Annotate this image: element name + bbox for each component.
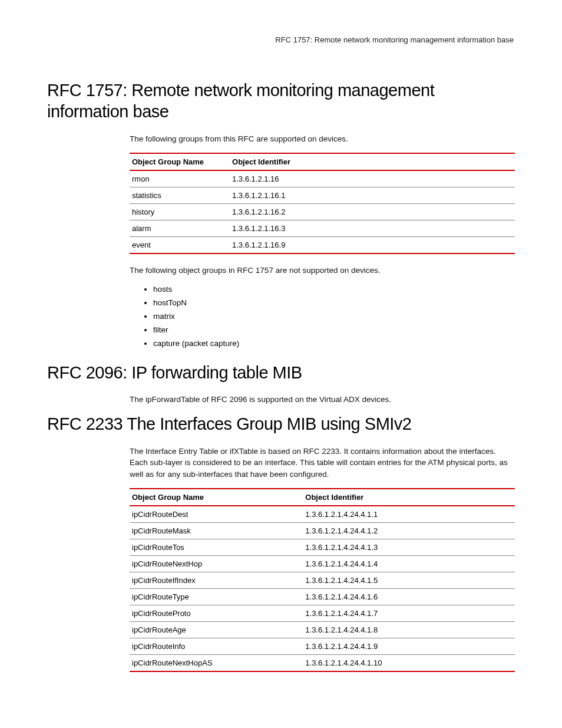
cell-name: ipCidrRouteNextHopAS: [130, 655, 303, 672]
cell-oid: 1.3.6.1.2.1.4.24.4.1.3: [303, 539, 515, 556]
cell-oid: 1.3.6.1.2.1.4.24.4.1.9: [303, 638, 515, 655]
table-header-name: Object Group Name: [130, 489, 303, 506]
cell-name: rmon: [130, 170, 230, 187]
table-header-oid: Object Identifier: [303, 489, 515, 506]
cell-oid: 1.3.6.1.2.1.16: [230, 170, 515, 187]
section-intro-rfc2096: The ipForwardTable of RFC 2096 is suppor…: [130, 394, 515, 406]
cell-name: ipCidrRouteMask: [130, 523, 303, 539]
cell-oid: 1.3.6.1.2.1.4.24.4.1.10: [303, 655, 515, 672]
table-row: alarm1.3.6.1.2.1.16.3: [130, 220, 515, 237]
cell-name: statistics: [130, 187, 230, 204]
cell-name: ipCidrRouteType: [130, 589, 303, 605]
cell-oid: 1.3.6.1.2.1.16.9: [230, 237, 515, 254]
table-header-row: Object Group Name Object Identifier: [130, 489, 515, 506]
table-row: ipCidrRouteNextHop1.3.6.1.2.1.4.24.4.1.4: [130, 556, 515, 572]
cell-name: ipCidrRouteAge: [130, 622, 303, 638]
cell-oid: 1.3.6.1.2.1.16.3: [230, 220, 515, 237]
cell-oid: 1.3.6.1.2.1.4.24.4.1.4: [303, 556, 515, 572]
unsupported-list: hosts hostTopN matrix filter capture (pa…: [130, 285, 515, 348]
cell-name: ipCidrRouteIfIndex: [130, 572, 303, 589]
section-heading-rfc2096: RFC 2096: IP forwarding table MIB: [47, 362, 515, 383]
cell-oid: 1.3.6.1.2.1.4.24.4.1.6: [303, 589, 515, 605]
table-row: statistics1.3.6.1.2.1.16.1: [130, 187, 515, 204]
running-header: RFC 1757: Remote network monitoring mana…: [47, 35, 515, 44]
table-row: event1.3.6.1.2.1.16.9: [130, 237, 515, 254]
cell-name: alarm: [130, 220, 230, 237]
list-item: hostTopN: [153, 298, 515, 307]
section-intro-rfc1757: The following groups from this RFC are s…: [130, 133, 515, 145]
list-item: hosts: [153, 285, 515, 294]
cell-oid: 1.3.6.1.2.1.4.24.4.1.8: [303, 622, 515, 638]
cell-oid: 1.3.6.1.2.1.4.24.4.1.1: [303, 506, 515, 523]
table-row: ipCidrRouteDest1.3.6.1.2.1.4.24.4.1.1: [130, 506, 515, 523]
table-row: ipCidrRouteAge1.3.6.1.2.1.4.24.4.1.8: [130, 622, 515, 638]
cell-name: event: [130, 237, 230, 254]
table-row: rmon1.3.6.1.2.1.16: [130, 170, 515, 187]
cell-name: ipCidrRouteDest: [130, 506, 303, 523]
cell-oid: 1.3.6.1.2.1.16.2: [230, 204, 515, 220]
table-rfc2233: Object Group Name Object Identifier ipCi…: [130, 488, 515, 672]
cell-name: ipCidrRouteProto: [130, 605, 303, 622]
cell-name: history: [130, 204, 230, 220]
table-header-row: Object Group Name Object Identifier: [130, 153, 515, 170]
table-row: history1.3.6.1.2.1.16.2: [130, 204, 515, 220]
table-rfc1757: Object Group Name Object Identifier rmon…: [130, 153, 515, 254]
section-intro-rfc2233: The Interface Entry Table or ifXTable is…: [130, 446, 515, 480]
cell-name: ipCidrRouteTos: [130, 539, 303, 556]
table-row: ipCidrRouteInfo1.3.6.1.2.1.4.24.4.1.9: [130, 638, 515, 655]
section-heading-rfc1757: RFC 1757: Remote network monitoring mana…: [47, 80, 515, 123]
table-row: ipCidrRouteType1.3.6.1.2.1.4.24.4.1.6: [130, 589, 515, 605]
table-row: ipCidrRouteIfIndex1.3.6.1.2.1.4.24.4.1.5: [130, 572, 515, 589]
cell-name: ipCidrRouteNextHop: [130, 556, 303, 572]
cell-oid: 1.3.6.1.2.1.4.24.4.1.5: [303, 572, 515, 589]
table-row: ipCidrRouteTos1.3.6.1.2.1.4.24.4.1.3: [130, 539, 515, 556]
table-row: ipCidrRouteNextHopAS1.3.6.1.2.1.4.24.4.1…: [130, 655, 515, 672]
cell-oid: 1.3.6.1.2.1.4.24.4.1.7: [303, 605, 515, 622]
cell-oid: 1.3.6.1.2.1.4.24.4.1.2: [303, 523, 515, 539]
cell-name: ipCidrRouteInfo: [130, 638, 303, 655]
table-header-oid: Object Identifier: [230, 153, 515, 170]
table-row: ipCidrRouteMask1.3.6.1.2.1.4.24.4.1.2: [130, 523, 515, 539]
cell-oid: 1.3.6.1.2.1.16.1: [230, 187, 515, 204]
list-item: filter: [153, 325, 515, 334]
section-heading-rfc2233: RFC 2233 The Interfaces Group MIB using …: [47, 413, 515, 434]
list-item: capture (packet capture): [153, 339, 515, 348]
table-header-name: Object Group Name: [130, 153, 230, 170]
section-after-rfc1757: The following object groups in RFC 1757 …: [130, 265, 515, 276]
table-row: ipCidrRouteProto1.3.6.1.2.1.4.24.4.1.7: [130, 605, 515, 622]
list-item: matrix: [153, 312, 515, 321]
